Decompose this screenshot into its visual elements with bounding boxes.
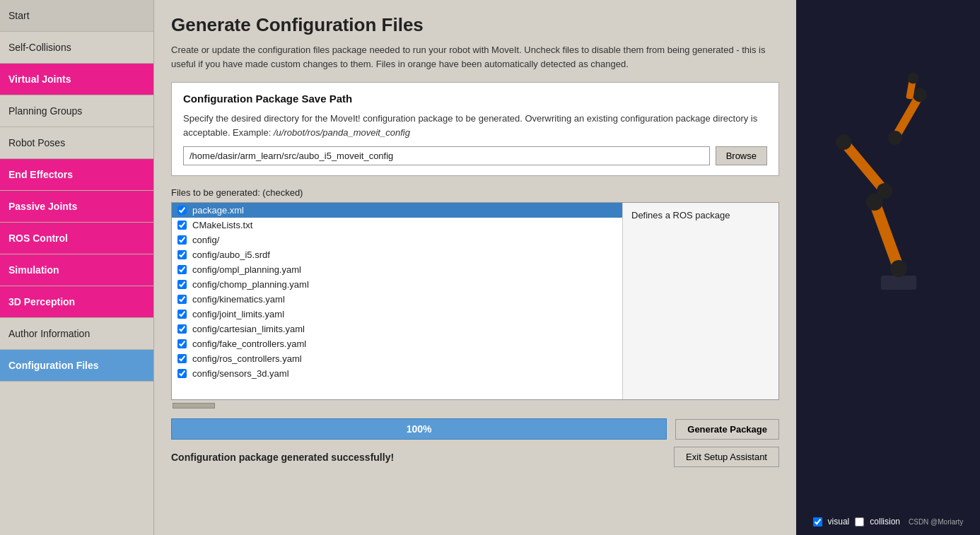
file-name: config/joint_limits.yaml (192, 309, 284, 319)
robot-visualization (824, 35, 966, 318)
progress-text: 100% (407, 423, 432, 435)
file-name: config/chomp_planning.yaml (192, 279, 309, 290)
file-list-item[interactable]: config/aubo_i5.srdf (172, 247, 622, 262)
svg-rect-1 (869, 200, 904, 270)
file-checkbox-5[interactable] (177, 280, 187, 289)
file-list-item[interactable]: config/ros_controllers.yaml (172, 351, 622, 366)
generate-button[interactable]: Generate Package (675, 419, 779, 440)
page-title: Generate Configuration Files (171, 14, 779, 36)
file-checkbox-11[interactable] (177, 369, 187, 378)
success-row: Configuration package generated successf… (171, 447, 779, 467)
file-name: config/cartesian_limits.yaml (192, 324, 305, 334)
svg-rect-0 (881, 276, 916, 290)
file-name: config/sensors_3d.yaml (192, 368, 289, 379)
file-checkbox-3[interactable] (177, 250, 187, 259)
file-checkbox-2[interactable] (177, 235, 187, 245)
file-checkbox-4[interactable] (177, 265, 187, 274)
sidebar-item-robot-poses[interactable]: Robot Poses (0, 127, 153, 159)
sidebar-item-author-information[interactable]: Author Information (0, 318, 153, 350)
page-description: Create or update the configuration files… (171, 43, 779, 71)
visual-label: visual (828, 517, 850, 527)
file-checkbox-6[interactable] (177, 295, 187, 304)
sidebar-item-configuration-files[interactable]: Configuration Files (0, 350, 153, 382)
file-name: package.xml (192, 205, 244, 216)
file-checkbox-10[interactable] (177, 354, 187, 363)
file-name: config/aubo_i5.srdf (192, 249, 270, 260)
sidebar-item-self-collisions[interactable]: Self-Collisions (0, 32, 153, 64)
file-name: config/ompl_planning.yaml (192, 264, 301, 275)
file-checkbox-7[interactable] (177, 310, 187, 319)
config-section-title: Configuration Package Save Path (183, 93, 767, 105)
file-list-item[interactable]: config/chomp_planning.yaml (172, 277, 622, 292)
file-name: CMakeLists.txt (192, 220, 252, 230)
files-container: package.xmlCMakeLists.txtconfig/config/a… (171, 202, 779, 400)
files-section: Files to be generated: (checked) package… (171, 187, 779, 410)
sidebar-item-planning-groups[interactable]: Planning Groups (0, 95, 153, 127)
progress-bar: 100% (171, 418, 667, 440)
watermark: CSDN @Moriarty (909, 518, 963, 526)
path-input[interactable] (183, 146, 710, 165)
file-list-item[interactable]: config/kinematics.yaml (172, 292, 622, 307)
visual-checkbox[interactable] (813, 517, 822, 527)
success-message: Configuration package generated successf… (171, 452, 394, 463)
exit-button[interactable]: Exit Setup Assistant (674, 447, 779, 467)
file-list-item[interactable]: config/joint_limits.yaml (172, 307, 622, 322)
svg-point-11 (906, 71, 920, 85)
file-name: config/ (192, 235, 219, 245)
file-list-item[interactable]: CMakeLists.txt (172, 218, 622, 233)
files-list: package.xmlCMakeLists.txtconfig/config/a… (172, 203, 623, 399)
sidebar-item-3d-perception[interactable]: 3D Perception (0, 286, 153, 318)
file-description: Defines a ROS package (623, 203, 778, 399)
file-list-item[interactable]: config/fake_controllers.yaml (172, 336, 622, 351)
sidebar-item-virtual-joints[interactable]: Virtual Joints (0, 64, 153, 95)
file-checkbox-8[interactable] (177, 324, 187, 334)
sidebar-item-ros-control[interactable]: ROS Control (0, 223, 153, 254)
file-checkbox-1[interactable] (177, 221, 187, 230)
sidebar-item-simulation[interactable]: Simulation (0, 254, 153, 286)
files-label: Files to be generated: (checked) (171, 187, 779, 198)
browse-button[interactable]: Browse (716, 146, 767, 165)
file-list-item[interactable]: package.xml (172, 203, 622, 218)
sidebar-item-end-effectors[interactable]: End Effectors (0, 159, 153, 191)
main-content: Generate Configuration Files Create or u… (154, 0, 796, 535)
file-name: config/fake_controllers.yaml (192, 339, 306, 349)
file-list-item[interactable]: config/sensors_3d.yaml (172, 366, 622, 381)
sidebar: StartSelf-CollisionsVirtual JointsPlanni… (0, 0, 154, 535)
file-name: config/kinematics.yaml (192, 294, 285, 305)
progress-row: 100% Generate Package (171, 418, 779, 440)
config-package-section: Configuration Package Save Path Specify … (171, 82, 779, 176)
collision-checkbox[interactable] (855, 517, 864, 527)
robot-panel: visual collision CSDN @Moriarty (796, 0, 980, 535)
file-list-item[interactable]: config/ (172, 233, 622, 247)
sidebar-item-passive-joints[interactable]: Passive Joints (0, 191, 153, 223)
collision-label: collision (870, 517, 900, 527)
file-name: config/ros_controllers.yaml (192, 353, 302, 364)
horizontal-scrollbar[interactable] (171, 400, 779, 410)
file-checkbox-9[interactable] (177, 339, 187, 348)
file-checkbox-0[interactable] (177, 206, 187, 215)
robot-controls: visual collision CSDN @Moriarty (813, 517, 964, 527)
sidebar-item-start[interactable]: Start (0, 0, 153, 32)
file-list-item[interactable]: config/cartesian_limits.yaml (172, 322, 622, 336)
config-section-description: Specify the desired directory for the Mo… (183, 112, 767, 139)
file-list-item[interactable]: config/ompl_planning.yaml (172, 262, 622, 277)
